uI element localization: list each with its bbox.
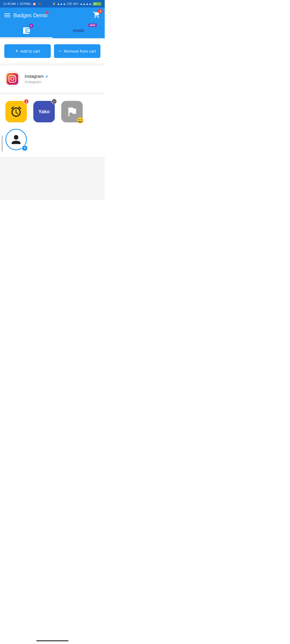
wallet-tab-icon-wrapper: 3 — [22, 26, 31, 35]
tab-bar: 3 NEW music — [0, 23, 105, 38]
separator: | — [17, 2, 18, 5]
minus-icon: − — [59, 48, 62, 54]
cart-badge: 3 — [98, 9, 103, 14]
network-label: 4G+ — [73, 2, 79, 5]
scroll-indicator — [2, 136, 3, 152]
alarm-clock-svg — [10, 105, 22, 118]
status-bar: 11:45 AM | 167KB/s ⏰ 🎮 ⚡ ▲▲▲ LTE 4G+ ▲▲▲… — [0, 0, 105, 8]
battery-level: 23 — [94, 2, 97, 5]
app-bar: Badges Demo 3 — [0, 8, 105, 23]
tab-wallet[interactable]: 3 — [0, 23, 52, 38]
icons-grid: 1 Yako 20 😀 — [0, 94, 105, 157]
gamepad-icon: 🎮 — [38, 2, 42, 6]
profile-svg — [9, 133, 23, 146]
app-title: Badges Demo — [13, 12, 48, 19]
app-bar-left: Badges Demo — [4, 12, 48, 19]
yako-app-icon-wrapper[interactable]: Yako 20 — [33, 101, 55, 122]
yako-icon: Yako — [33, 101, 55, 122]
remove-from-cart-button[interactable]: − Remove from cart — [54, 44, 100, 58]
music-tab-label: music — [73, 28, 84, 33]
hamburger-button[interactable] — [4, 13, 10, 17]
instagram-name: instagram — [25, 74, 44, 79]
remove-from-cart-label: Remove from cart — [64, 49, 96, 53]
emoji-badge: 😀 — [77, 118, 84, 123]
add-to-cart-button[interactable]: + Add to cart — [4, 44, 51, 58]
plus-icon: + — [15, 48, 18, 54]
yako-badge: 20 — [52, 99, 57, 104]
profile-app-icon-wrapper[interactable] — [5, 129, 27, 150]
wallet-tab-badge: 3 — [29, 24, 33, 28]
time: 11:45 AM — [3, 2, 16, 5]
battery-indicator: 23 ⚡ — [93, 2, 102, 6]
content-area: + Add to cart − Remove from cart instagr… — [0, 39, 105, 200]
add-to-cart-label: Add to cart — [20, 49, 40, 53]
speed: 167KB/s — [20, 2, 31, 5]
lte-label: LTE — [67, 2, 72, 5]
flag-app-icon-wrapper[interactable]: 😀 — [61, 101, 83, 122]
new-badge: NEW — [88, 24, 97, 27]
buttons-row: + Add to cart − Remove from cart — [0, 39, 105, 63]
signal-bars: ▲▲▲ — [57, 2, 66, 5]
alarm-clock-app-icon-wrapper[interactable]: 1 — [5, 101, 27, 122]
flag-svg — [66, 105, 78, 118]
cart-button[interactable]: 3 — [93, 11, 100, 20]
yako-label: Yako — [38, 109, 50, 115]
instagram-avatar — [4, 71, 20, 87]
status-right: ⚡ ▲▲▲ LTE 4G+ ▲▲▲▲ 23 ⚡ — [52, 2, 102, 6]
bolt-icon: ⚡ — [97, 2, 100, 5]
tab-music[interactable]: NEW music — [52, 23, 105, 38]
instagram-row[interactable]: instagram ✔ Instagram — [0, 65, 105, 92]
instagram-handle: Instagram — [25, 80, 100, 84]
status-left: 11:45 AM | 167KB/s ⏰ 🎮 — [3, 2, 42, 6]
alarm-icon: ⏰ — [32, 2, 36, 6]
alarm-badge: 1 — [24, 99, 29, 104]
instagram-name-row: instagram ✔ — [25, 74, 100, 79]
instagram-icon — [6, 73, 18, 85]
verified-icon: ✔ — [45, 74, 49, 79]
signal-bars-2: ▲▲▲▲ — [80, 2, 92, 5]
arrow-up-icon — [23, 146, 27, 150]
wallet-icon — [22, 26, 31, 35]
bluetooth-icon: ⚡ — [52, 2, 56, 6]
instagram-info: instagram ✔ Instagram — [25, 74, 100, 84]
menu-notification-dot — [46, 11, 49, 14]
alarm-clock-icon — [5, 101, 27, 122]
arrow-badge — [21, 145, 28, 151]
